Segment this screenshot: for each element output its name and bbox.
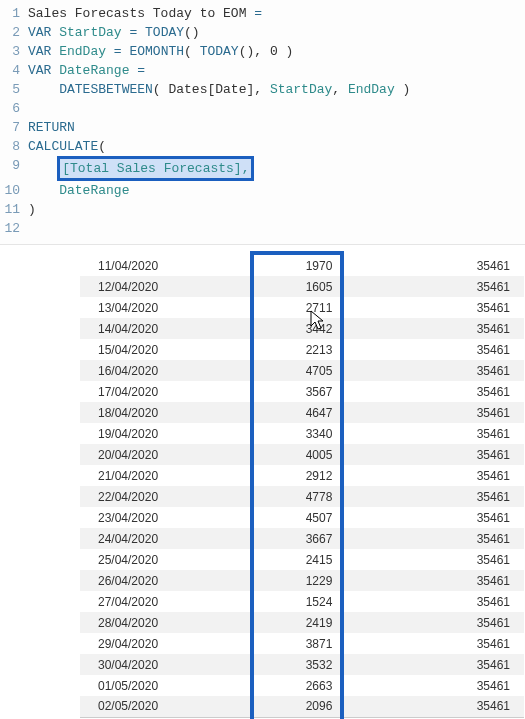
code-content[interactable]: DateRange: [28, 181, 525, 200]
table-row[interactable]: 16/04/2020470535461: [80, 360, 524, 381]
cell-value-a[interactable]: 2912: [252, 465, 343, 486]
code-line[interactable]: 5 DATESBETWEEN( Dates[Date], StartDay, E…: [0, 80, 525, 99]
table-row[interactable]: 21/04/2020291235461: [80, 465, 524, 486]
code-content[interactable]: DATESBETWEEN( Dates[Date], StartDay, End…: [28, 80, 525, 99]
table-row[interactable]: 14/04/2020344235461: [80, 318, 524, 339]
result-table[interactable]: 11/04/202019703546112/04/202016053546113…: [80, 255, 524, 719]
cell-value-a[interactable]: 4005: [252, 444, 343, 465]
cell-value-b[interactable]: 35461: [342, 612, 524, 633]
cell-value-b[interactable]: 35461: [342, 528, 524, 549]
cell-value-b[interactable]: 35461: [342, 591, 524, 612]
cell-date[interactable]: 01/05/2020: [80, 675, 252, 696]
cell-date[interactable]: 12/04/2020: [80, 276, 252, 297]
cell-date[interactable]: 21/04/2020: [80, 465, 252, 486]
code-content[interactable]: ): [28, 200, 525, 219]
cell-value-b[interactable]: 35461: [342, 339, 524, 360]
cell-date[interactable]: 27/04/2020: [80, 591, 252, 612]
cell-date[interactable]: 29/04/2020: [80, 633, 252, 654]
cell-value-a[interactable]: 1605: [252, 276, 343, 297]
dax-code-editor[interactable]: 1Sales Forecasts Today to EOM =2VAR Star…: [0, 0, 525, 245]
table-row[interactable]: 15/04/2020221335461: [80, 339, 524, 360]
cell-value-b[interactable]: 35461: [342, 486, 524, 507]
cell-date[interactable]: 23/04/2020: [80, 507, 252, 528]
cell-value-b[interactable]: 35461: [342, 423, 524, 444]
cell-value-b[interactable]: 35461: [342, 633, 524, 654]
cell-value-b[interactable]: 35461: [342, 381, 524, 402]
cell-date[interactable]: 28/04/2020: [80, 612, 252, 633]
cell-value-b[interactable]: 35461: [342, 402, 524, 423]
table-row[interactable]: 26/04/2020122935461: [80, 570, 524, 591]
code-content[interactable]: VAR StartDay = TODAY(): [28, 23, 525, 42]
cell-date[interactable]: 13/04/2020: [80, 297, 252, 318]
code-content[interactable]: [Total Sales Forecasts],: [28, 156, 525, 181]
cell-value-a[interactable]: 2419: [252, 612, 343, 633]
cell-value-b[interactable]: 35461: [342, 297, 524, 318]
cell-date[interactable]: 30/04/2020: [80, 654, 252, 675]
cell-value-a[interactable]: 4705: [252, 360, 343, 381]
selected-measure-highlight[interactable]: [Total Sales Forecasts],: [57, 156, 254, 181]
table-row[interactable]: 19/04/2020334035461: [80, 423, 524, 444]
table-row[interactable]: 24/04/2020366735461: [80, 528, 524, 549]
cell-date[interactable]: 02/05/2020: [80, 696, 252, 717]
cell-value-b[interactable]: 35461: [342, 654, 524, 675]
code-content[interactable]: VAR EndDay = EOMONTH( TODAY(), 0 ): [28, 42, 525, 61]
code-line[interactable]: 10 DateRange: [0, 181, 525, 200]
code-content[interactable]: VAR DateRange =: [28, 61, 525, 80]
code-line[interactable]: 9 [Total Sales Forecasts],: [0, 156, 525, 181]
code-content[interactable]: CALCULATE(: [28, 137, 525, 156]
table-row[interactable]: 20/04/2020400535461: [80, 444, 524, 465]
cell-date[interactable]: 18/04/2020: [80, 402, 252, 423]
cell-date[interactable]: 17/04/2020: [80, 381, 252, 402]
table-row[interactable]: 29/04/2020387135461: [80, 633, 524, 654]
cell-date[interactable]: 26/04/2020: [80, 570, 252, 591]
cell-date[interactable]: 20/04/2020: [80, 444, 252, 465]
code-content[interactable]: [28, 219, 525, 238]
cell-value-a[interactable]: 3667: [252, 528, 343, 549]
cell-value-a[interactable]: 2663: [252, 675, 343, 696]
cell-value-a[interactable]: 3340: [252, 423, 343, 444]
code-line[interactable]: 11): [0, 200, 525, 219]
table-row[interactable]: 30/04/2020353235461: [80, 654, 524, 675]
code-line[interactable]: 4VAR DateRange =: [0, 61, 525, 80]
code-line[interactable]: 7RETURN: [0, 118, 525, 137]
cell-date[interactable]: 15/04/2020: [80, 339, 252, 360]
code-line[interactable]: 2VAR StartDay = TODAY(): [0, 23, 525, 42]
table-row[interactable]: 02/05/2020209635461: [80, 696, 524, 717]
cell-value-a[interactable]: 3871: [252, 633, 343, 654]
code-line[interactable]: 12: [0, 219, 525, 238]
table-row[interactable]: 25/04/2020241535461: [80, 549, 524, 570]
cell-date[interactable]: 11/04/2020: [80, 255, 252, 276]
cell-value-a[interactable]: 4507: [252, 507, 343, 528]
cell-date[interactable]: 19/04/2020: [80, 423, 252, 444]
table-row[interactable]: 27/04/2020152435461: [80, 591, 524, 612]
cell-value-a[interactable]: 1970: [252, 255, 343, 276]
cell-value-a[interactable]: 4647: [252, 402, 343, 423]
table-row[interactable]: 17/04/2020356735461: [80, 381, 524, 402]
cell-value-b[interactable]: 35461: [342, 675, 524, 696]
cell-value-b[interactable]: 35461: [342, 318, 524, 339]
code-content[interactable]: [28, 99, 525, 118]
cell-value-b[interactable]: 35461: [342, 360, 524, 381]
cell-value-a[interactable]: 2711: [252, 297, 343, 318]
cell-value-b[interactable]: 35461: [342, 465, 524, 486]
table-row[interactable]: 22/04/2020477835461: [80, 486, 524, 507]
code-line[interactable]: 3VAR EndDay = EOMONTH( TODAY(), 0 ): [0, 42, 525, 61]
table-row[interactable]: 12/04/2020160535461: [80, 276, 524, 297]
table-row[interactable]: 11/04/2020197035461: [80, 255, 524, 276]
cell-value-b[interactable]: 35461: [342, 570, 524, 591]
code-line[interactable]: 6: [0, 99, 525, 118]
cell-value-a[interactable]: 3532: [252, 654, 343, 675]
cell-date[interactable]: 24/04/2020: [80, 528, 252, 549]
cell-value-b[interactable]: 35461: [342, 276, 524, 297]
cell-value-b[interactable]: 35461: [342, 696, 524, 717]
cell-date[interactable]: 25/04/2020: [80, 549, 252, 570]
table-row[interactable]: 18/04/2020464735461: [80, 402, 524, 423]
cell-value-a[interactable]: 1524: [252, 591, 343, 612]
cell-value-b[interactable]: 35461: [342, 255, 524, 276]
cell-value-b[interactable]: 35461: [342, 444, 524, 465]
table-row[interactable]: 01/05/2020266335461: [80, 675, 524, 696]
cell-value-a[interactable]: 1229: [252, 570, 343, 591]
table-row[interactable]: 28/04/2020241935461: [80, 612, 524, 633]
cell-date[interactable]: 22/04/2020: [80, 486, 252, 507]
table-row[interactable]: 13/04/2020271135461: [80, 297, 524, 318]
